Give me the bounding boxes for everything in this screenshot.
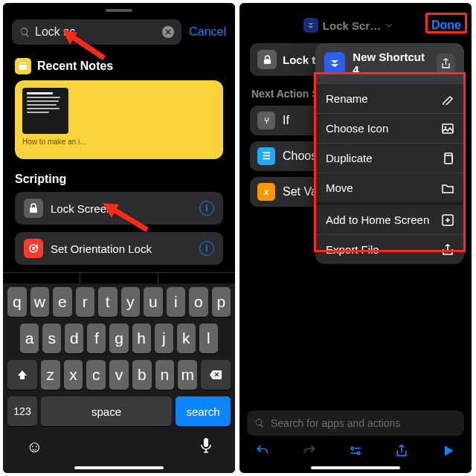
key-a[interactable]: a: [20, 324, 39, 353]
orientation-lock-icon: [24, 239, 43, 258]
done-button[interactable]: Done: [431, 19, 461, 32]
share-icon[interactable]: [394, 443, 409, 458]
key-c[interactable]: c: [86, 360, 106, 390]
svg-point-11: [357, 452, 359, 454]
kb-row3-keys: zxcvbnm: [41, 360, 197, 390]
search-icon: [19, 27, 30, 38]
key-g[interactable]: g: [109, 324, 128, 353]
bottom-toolbar: [239, 437, 472, 464]
space-key[interactable]: space: [41, 396, 172, 426]
shortcut-title[interactable]: Lock Scr…: [303, 18, 393, 33]
lock-icon: [257, 50, 277, 69]
note-card[interactable]: How to make an i…: [15, 80, 223, 159]
key-f[interactable]: f: [87, 324, 106, 353]
if-icon: ⑂: [257, 112, 275, 129]
key-h[interactable]: h: [132, 324, 151, 353]
key-e[interactable]: e: [53, 287, 72, 317]
kb-row3: zxcvbnm: [5, 360, 233, 390]
emoji-key[interactable]: ☺: [26, 437, 42, 457]
search-input-container[interactable]: Lock sc: [12, 19, 181, 45]
section-scripting: Scripting: [15, 173, 223, 186]
svg-point-10: [351, 447, 353, 449]
svg-rect-5: [263, 59, 270, 63]
note-thumb: [22, 88, 68, 134]
action-lock-screen[interactable]: Lock Screen i: [15, 192, 223, 225]
key-i[interactable]: i: [167, 287, 186, 317]
key-s[interactable]: s: [42, 324, 61, 353]
search-text: Lock sc: [35, 25, 75, 39]
menu-duplicate[interactable]: Duplicate: [315, 143, 464, 173]
kb-row1: qwertyuiop: [5, 287, 233, 317]
menu-header: New Shortcut 4: [315, 43, 464, 83]
keyboard: qwertyuiop asdfghjkl zxcvbnm 123 space s…: [3, 283, 235, 473]
filter-icon[interactable]: [348, 443, 363, 458]
num-key[interactable]: 123: [7, 396, 37, 426]
redo-icon: [302, 443, 317, 458]
key-l[interactable]: l: [199, 324, 218, 353]
key-u[interactable]: u: [144, 287, 163, 317]
key-y[interactable]: y: [121, 287, 141, 317]
shortcut-icon: [324, 52, 345, 74]
search-key[interactable]: search: [176, 396, 231, 426]
key-r[interactable]: r: [76, 287, 95, 317]
right-screenshot: Lock Scr… Done Lock the Next Action Su… …: [239, 3, 472, 473]
menu-export-file[interactable]: Export File: [315, 234, 464, 264]
left-screenshot: Lock sc Cancel Recent Notes How to make …: [3, 3, 235, 473]
chevron-down-icon: [385, 22, 393, 29]
key-m[interactable]: m: [178, 360, 197, 390]
action-orientation-lock[interactable]: Set Orientation Lock i: [15, 232, 223, 265]
menu-choose-icon[interactable]: Choose Icon: [315, 113, 464, 143]
clear-icon[interactable]: [162, 26, 174, 38]
svg-rect-6: [443, 124, 453, 133]
key-v[interactable]: v: [109, 360, 129, 390]
key-q[interactable]: q: [7, 287, 27, 317]
play-icon[interactable]: [441, 443, 456, 458]
grabber[interactable]: [106, 9, 132, 12]
share-button[interactable]: [437, 54, 455, 73]
info-icon[interactable]: i: [199, 241, 214, 256]
home-indicator[interactable]: [74, 466, 164, 469]
svg-rect-1: [30, 208, 37, 213]
kb-row2: asdfghjkl: [5, 324, 233, 353]
shortcut-icon: [303, 18, 318, 33]
menu-items: RenameChoose IconDuplicateMoveAdd to Hom…: [315, 83, 464, 264]
key-p[interactable]: p: [212, 287, 231, 317]
menu-rename[interactable]: Rename: [315, 83, 464, 113]
info-icon[interactable]: i: [199, 201, 214, 216]
key-j[interactable]: j: [155, 324, 173, 353]
shift-key[interactable]: [7, 360, 37, 390]
home-indicator[interactable]: [311, 466, 400, 469]
lock-icon: [24, 199, 43, 218]
bottom-search[interactable]: Search for apps and actions: [247, 411, 464, 436]
search-icon: [254, 418, 265, 428]
svg-rect-3: [33, 247, 35, 250]
key-o[interactable]: o: [189, 287, 208, 317]
key-z[interactable]: z: [41, 360, 60, 390]
svg-point-7: [445, 126, 447, 128]
key-x[interactable]: x: [64, 360, 83, 390]
var-icon: x: [257, 183, 275, 201]
svg-rect-4: [204, 438, 208, 447]
key-k[interactable]: k: [177, 324, 196, 353]
svg-rect-8: [445, 155, 452, 164]
key-w[interactable]: w: [30, 287, 50, 317]
menu-add-to-home-screen[interactable]: Add to Home Screen: [315, 202, 464, 234]
backspace-key[interactable]: [201, 360, 231, 390]
key-b[interactable]: b: [132, 360, 152, 390]
context-menu: New Shortcut 4 RenameChoose IconDuplicat…: [315, 43, 464, 264]
key-d[interactable]: d: [65, 324, 83, 353]
menu-move[interactable]: Move: [315, 173, 464, 202]
key-t[interactable]: t: [98, 287, 118, 317]
mic-key[interactable]: [200, 437, 212, 457]
cancel-button[interactable]: Cancel: [189, 25, 226, 39]
undo-icon[interactable]: [255, 443, 270, 458]
notes-icon: [15, 58, 31, 74]
note-caption: How to make an i…: [22, 138, 216, 147]
key-n[interactable]: n: [155, 360, 175, 390]
list-icon: ☰: [257, 147, 275, 165]
section-recent-notes: Recent Notes: [15, 58, 223, 74]
